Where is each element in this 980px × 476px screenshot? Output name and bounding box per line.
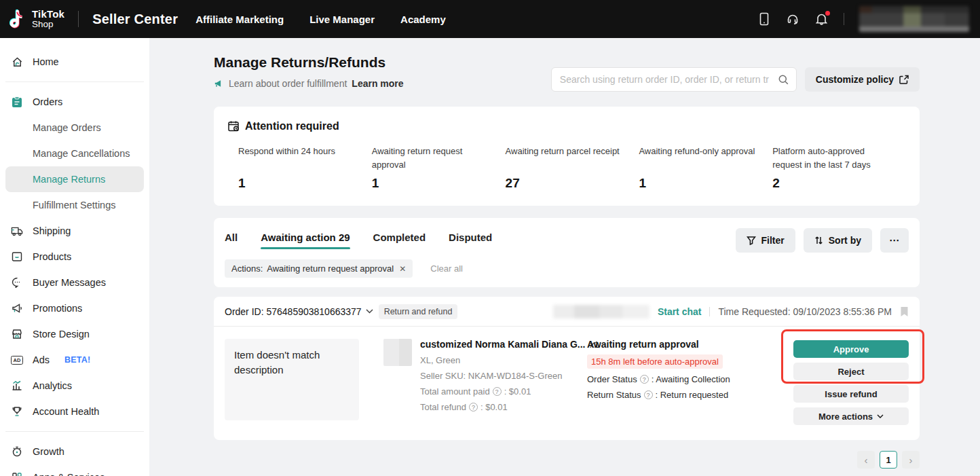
status-column: Awaiting return approval 15h 8m left bef… (587, 339, 768, 425)
sidebar-item-store-design[interactable]: Store Design (0, 321, 149, 347)
page-title: Manage Returns/Refunds (214, 54, 404, 71)
nav-link-academy[interactable]: Academy (400, 14, 446, 25)
product-thumbnail[interactable] (383, 339, 412, 366)
sidebar-item-manage-cancellations[interactable]: Manage Cancellations (0, 141, 149, 166)
help-icon[interactable]: ? (469, 403, 478, 411)
sidebar-item-promotions[interactable]: Promotions (0, 295, 149, 321)
return-status-line: Return Status ? : Return requested (587, 390, 768, 400)
tab-awaiting-action[interactable]: Awaiting action 29 (261, 232, 350, 249)
funnel-icon (747, 236, 756, 245)
auto-approval-countdown: 15h 8m left before auto-approval (587, 354, 723, 369)
actions-column: Approve Reject Issue refund More actions (793, 339, 909, 425)
order-id-chevron-down-icon[interactable] (366, 309, 373, 314)
calendar-clock-icon (227, 120, 240, 132)
return-order-card: Order ID: 576485903810663377 Return and … (214, 297, 920, 440)
help-icon[interactable]: ? (493, 387, 502, 396)
prev-page-button[interactable]: ‹ (857, 451, 875, 469)
learn-more-link[interactable]: Learn more (352, 78, 403, 89)
customize-policy-button[interactable]: Customize policy (805, 67, 920, 92)
return-type-chip: Return and refund (379, 304, 458, 319)
search-box[interactable] (551, 67, 797, 92)
sort-by-button[interactable]: Sort by (804, 228, 872, 253)
home-icon (11, 56, 23, 68)
notifications-bell-icon[interactable] (814, 12, 829, 26)
next-page-button[interactable]: › (902, 451, 920, 469)
brand-line1: TikTok (32, 9, 64, 20)
orders-icon (11, 96, 23, 108)
sidebar: Home Orders Manage Orders Manage Cancell… (0, 38, 149, 476)
package-icon (11, 251, 23, 263)
support-headset-icon[interactable] (785, 12, 800, 26)
chevron-down-icon (877, 414, 884, 418)
sidebar-item-growth[interactable]: Growth (0, 439, 149, 464)
stat-respond-24h: Respond within 24 hours 1 (238, 145, 372, 191)
sidebar-item-manage-returns[interactable]: Manage Returns (5, 166, 144, 192)
megaphone-icon (11, 302, 23, 314)
sidebar-divider (5, 81, 144, 82)
order-id-value: 576485903810663377 (266, 306, 361, 317)
bookmark-icon[interactable] (900, 306, 909, 317)
reject-button[interactable]: Reject (793, 363, 909, 380)
stat-awaiting-return-request-approval: Awaiting return request approval 1 (372, 145, 506, 191)
start-chat-link[interactable]: Start chat (658, 306, 702, 317)
sidebar-item-buyer-messages[interactable]: Buyer Messages (0, 270, 149, 295)
attention-required-card: Attention required Respond within 24 hou… (214, 107, 920, 206)
beta-badge: BETA! (64, 355, 90, 365)
clear-all-link[interactable]: Clear all (430, 263, 463, 274)
tiktok-note-icon (10, 9, 27, 29)
sidebar-item-shipping[interactable]: Shipping (0, 218, 149, 244)
sidebar-item-manage-orders[interactable]: Manage Orders (0, 115, 149, 141)
mobile-app-icon[interactable] (757, 12, 772, 26)
external-link-icon (899, 75, 909, 84)
more-actions-button[interactable]: More actions (793, 407, 909, 425)
stopwatch-icon (11, 445, 23, 458)
sidebar-item-products[interactable]: Products (0, 244, 149, 270)
total-refund-line: Total refund ? : $0.01 (420, 402, 599, 412)
nav-divider (78, 11, 79, 27)
remove-filter-icon[interactable]: ✕ (399, 264, 406, 274)
tiktok-shop-logo[interactable]: TikTok Shop (10, 9, 64, 29)
filter-button[interactable]: Filter (736, 228, 795, 253)
nav-link-live-manager[interactable]: Live Manager (309, 14, 375, 25)
help-icon[interactable]: ? (644, 390, 653, 399)
approve-button[interactable]: Approve (793, 340, 909, 358)
return-reason-box: Item doesn't match description (225, 339, 359, 420)
trophy-icon (11, 405, 23, 418)
active-filter-chip: Actions: Awaiting return request approva… (225, 259, 413, 278)
sidebar-item-analytics[interactable]: Analytics (0, 373, 149, 399)
more-options-button[interactable]: ⋯ (880, 228, 909, 253)
returns-list-card: All Awaiting action 29 Completed Dispute… (214, 218, 920, 287)
product-sku: Seller SKU: NKAM-WD184-S-Green (420, 371, 599, 381)
sidebar-item-home[interactable]: Home (0, 49, 149, 75)
tab-completed[interactable]: Completed (373, 232, 426, 249)
tab-all[interactable]: All (225, 232, 238, 249)
chat-bubble-icon (11, 276, 23, 289)
search-input[interactable] (560, 74, 778, 85)
sidebar-item-apps-services[interactable]: Apps & Services (0, 464, 149, 476)
sidebar-item-account-health[interactable]: Account Health (0, 399, 149, 424)
nav-divider (844, 13, 844, 25)
bar-chart-icon (11, 380, 23, 392)
help-icon[interactable]: ? (640, 375, 649, 384)
pagination: ‹ 1 › (214, 451, 920, 469)
issue-refund-button[interactable]: Issue refund (793, 385, 909, 403)
storefront-icon (11, 328, 23, 340)
search-icon[interactable] (778, 74, 789, 86)
buyer-name-redacted-block (553, 305, 649, 318)
notification-dot (825, 11, 830, 16)
nav-link-affiliate-marketing[interactable]: Affiliate Marketing (195, 14, 284, 25)
stat-awaiting-refund-only-approval: Awaiting refund-only approval 1 (639, 145, 772, 191)
top-nav: TikTok Shop Seller Center Affiliate Mark… (0, 0, 980, 38)
sidebar-item-fulfillment-settings[interactable]: Fulfillment Settings (0, 192, 149, 218)
product-name[interactable]: customized Norma Kamali Diana G... (420, 339, 583, 350)
sidebar-divider (5, 431, 144, 432)
sidebar-item-ads[interactable]: AD Ads BETA! (0, 347, 149, 373)
order-id-label: Order ID: (225, 306, 264, 317)
sidebar-item-orders[interactable]: Orders (0, 89, 149, 115)
time-requested: Time Requested: 09/10/2023 8:55:36 PM (718, 306, 892, 317)
main-content: Manage Returns/Refunds Learn about order… (149, 38, 980, 476)
tab-disputed[interactable]: Disputed (449, 232, 492, 249)
ellipsis-icon: ⋯ (889, 234, 900, 246)
account-redacted-block[interactable] (859, 6, 969, 32)
current-page-button[interactable]: 1 (880, 451, 897, 469)
